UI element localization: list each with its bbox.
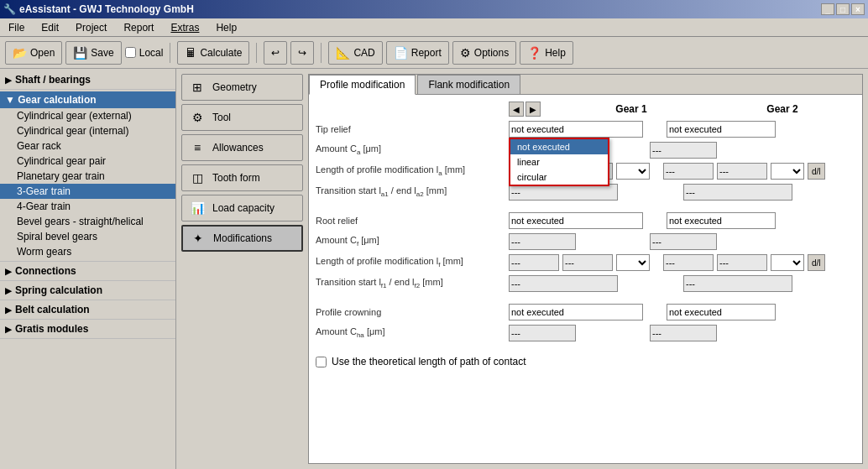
sidebar-item-gratis[interactable]: ▶ Gratis modules (0, 321, 175, 336)
allowances-button[interactable]: ≡ Allowances (181, 134, 303, 161)
local-checkbox[interactable] (125, 47, 136, 58)
amount-cf-row: Amount Cf [μm] (316, 232, 855, 251)
open-icon: 📂 (13, 46, 27, 60)
root-relief-gear1-dropdown[interactable]: not executed linear circular (509, 212, 643, 229)
right-panel: Profile modification Flank modification … (308, 74, 863, 464)
calculate-icon: 🖩 (185, 46, 196, 60)
sidebar-group-gear[interactable]: ▼ Gear calculation (0, 91, 175, 108)
report-button[interactable]: 📄 Report (386, 41, 449, 65)
amount-cha-gear2-input[interactable] (650, 325, 717, 341)
close-button[interactable]: × (851, 3, 865, 15)
profile-crowning-gear2-select[interactable]: not executed linear (667, 304, 776, 320)
length-la-gear2-select[interactable] (771, 163, 804, 180)
length-profile-la-label: Length of profile modification la [mm] (316, 164, 509, 177)
profile-crowning-gear1-select[interactable]: not executed linear (509, 304, 643, 320)
amount-cha-label: Amount Cha [μm] (316, 326, 509, 339)
amount-ca-gear2-input[interactable] (650, 142, 717, 159)
sidebar-item-connections[interactable]: ▶ Connections (0, 263, 175, 279)
length-lf-gear2-input2[interactable] (717, 254, 767, 271)
help-icon: ❓ (527, 46, 541, 60)
menu-report[interactable]: Report (118, 20, 159, 35)
sidebar-item-spring[interactable]: ▶ Spring calculation (0, 283, 175, 298)
undo-button[interactable]: ↩ (264, 41, 287, 65)
transition-la-label: Transition start la1 / end la2 [mm] (316, 185, 509, 198)
menu-help[interactable]: Help (211, 20, 242, 35)
tool-button[interactable]: ⚙ Tool (181, 104, 303, 131)
length-lf-gear1-select[interactable] (616, 254, 650, 271)
length-la-unit-button[interactable]: d/l (808, 163, 825, 180)
length-lf-gear1-input1[interactable] (509, 254, 559, 271)
length-la-gear2-input1[interactable] (663, 163, 714, 180)
length-lf-unit-button[interactable]: d/l (808, 254, 825, 271)
dropdown-item-not-executed[interactable]: not executed (510, 139, 608, 154)
transition-lf-gear1-input[interactable] (509, 275, 618, 292)
sidebar-item-cyl-pair[interactable]: Cylindrical gear pair (0, 154, 175, 169)
profile-crowning-gear2-dropdown[interactable]: not executed linear (667, 304, 776, 320)
sidebar-section-belt: ▶ Belt calculation (0, 302, 175, 320)
sidebar-item-cyl-ext[interactable]: Cylindrical gear (external) (0, 108, 175, 123)
length-profile-lf-label: Length of profile modification lf [mm] (316, 256, 509, 268)
nav-prev-button[interactable]: ◀ (509, 102, 524, 117)
options-button[interactable]: ⚙ Options (452, 41, 516, 65)
tab-flank-modification[interactable]: Flank modification (417, 75, 520, 94)
menu-extras[interactable]: Extras (165, 20, 204, 35)
report-icon: 📄 (394, 46, 408, 60)
theoretical-length-checkbox[interactable] (316, 357, 327, 367)
length-la-gear2-input2[interactable] (717, 163, 767, 180)
root-relief-gear1-select[interactable]: not executed linear circular (509, 212, 643, 229)
length-profile-lf-controls: d/l (509, 254, 855, 271)
maximize-button[interactable]: □ (836, 3, 850, 15)
root-relief-section: Root relief not executed linear circular (316, 211, 855, 293)
transition-la-gear1-input[interactable] (509, 184, 618, 201)
sidebar-item-belt[interactable]: ▶ Belt calculation (0, 302, 175, 317)
geometry-button[interactable]: ⊞ Geometry (181, 74, 303, 101)
sidebar-item-worm[interactable]: Worm gears (0, 244, 175, 259)
dropdown-item-linear[interactable]: linear (510, 154, 608, 169)
length-lf-gear2-select[interactable] (771, 254, 804, 271)
length-lf-gear2-input1[interactable] (663, 254, 714, 271)
amount-cha-gear1-input[interactable] (509, 325, 576, 341)
open-button[interactable]: 📂 Open (5, 41, 62, 65)
tip-relief-row: Tip relief not executed linear circular (316, 120, 855, 138)
tab-profile-modification[interactable]: Profile modification (309, 75, 416, 95)
sidebar-item-spiral[interactable]: Spiral bevel gears (0, 229, 175, 244)
sidebar-item-shaft-bearings[interactable]: ▶ Shaft / bearings (0, 72, 175, 87)
nav-next-button[interactable]: ▶ (526, 102, 541, 117)
modifications-button[interactable]: ✦ Modifications (181, 225, 303, 252)
menu-project[interactable]: Project (71, 20, 112, 35)
amount-cf-gear2-input[interactable] (650, 233, 717, 250)
tip-relief-gear2-select[interactable]: not executed linear circular (667, 121, 776, 138)
load-capacity-button[interactable]: 📊 Load capacity (181, 195, 303, 221)
root-relief-gear2-select[interactable]: not executed linear circular (667, 212, 776, 229)
cad-button[interactable]: 📐 CAD (328, 41, 382, 65)
minimize-button[interactable]: _ (821, 3, 834, 15)
sidebar-item-gear3[interactable]: 3-Gear train (0, 184, 175, 199)
help-button[interactable]: ❓ Help (520, 41, 573, 65)
transition-la-gear2-input[interactable] (683, 184, 792, 201)
menu-edit[interactable]: Edit (36, 20, 64, 35)
profile-crowning-gear1-dropdown[interactable]: not executed linear (509, 304, 643, 320)
save-button[interactable]: 💾 Save (65, 41, 121, 65)
transition-lf-gear2-input[interactable] (683, 275, 792, 292)
profile-crowning-row: Profile crowning not executed linear (316, 303, 855, 321)
sidebar-item-bevel[interactable]: Bevel gears - straight/helical (0, 214, 175, 229)
sidebar-item-gear4[interactable]: 4-Gear train (0, 199, 175, 214)
tip-relief-gear1-select[interactable]: not executed linear circular (509, 121, 643, 138)
tip-relief-gear1-dropdown[interactable]: not executed linear circular not execute… (509, 121, 643, 138)
root-relief-gear2-dropdown[interactable]: not executed linear circular (667, 212, 776, 229)
separator-3 (321, 43, 322, 63)
sidebar-section-gratis: ▶ Gratis modules (0, 321, 175, 339)
menu-file[interactable]: File (3, 20, 29, 35)
length-la-gear1-select[interactable] (616, 163, 650, 180)
tip-relief-gear2-dropdown[interactable]: not executed linear circular (667, 121, 776, 138)
calculate-button[interactable]: 🖩 Calculate (177, 41, 249, 65)
tooth-form-button[interactable]: ◫ Tooth form (181, 164, 303, 191)
amount-cf-gear1-input[interactable] (509, 233, 576, 250)
redo-button[interactable]: ↪ (290, 41, 314, 65)
length-lf-gear1-input2[interactable] (562, 254, 613, 271)
sidebar-item-planetary[interactable]: Planetary gear train (0, 169, 175, 184)
sidebar-item-cyl-int[interactable]: Cylindrical gear (internal) (0, 123, 175, 138)
sidebar-item-gear-rack[interactable]: Gear rack (0, 138, 175, 154)
cad-icon: 📐 (336, 46, 350, 60)
dropdown-item-circular[interactable]: circular (510, 169, 608, 185)
